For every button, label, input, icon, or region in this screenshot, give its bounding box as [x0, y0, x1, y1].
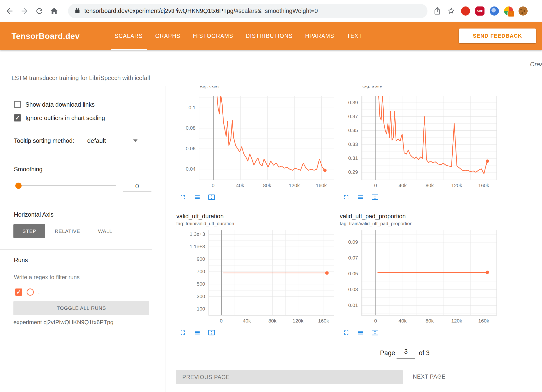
page-total-label: of 3 [419, 349, 430, 357]
x-axis-tick-label: 40k [393, 318, 412, 324]
smoothing-slider-track[interactable] [18, 185, 116, 186]
fit-domain-icon[interactable] [208, 329, 215, 336]
share-icon[interactable] [433, 7, 442, 15]
x-axis-tick-label: 120k [288, 318, 308, 324]
chart-toolbar [343, 329, 379, 336]
lock-icon [74, 7, 81, 15]
extension-icon-blue[interactable] [490, 6, 499, 16]
adblock-extension-icon[interactable] [461, 6, 470, 16]
run-checkbox[interactable]: ✓ [15, 288, 22, 296]
chart-title: valid_utt_duration [176, 213, 224, 220]
browser-toolbar: tensorboard.dev/experiment/cj2vtPiwQHKN9… [0, 0, 542, 22]
x-axis-tick-label: 120k [447, 183, 466, 188]
chart-plot-area[interactable] [361, 96, 497, 180]
axis-step-button[interactable]: STEP [13, 224, 45, 238]
chart-plot-area[interactable] [208, 230, 334, 316]
home-icon[interactable] [50, 7, 58, 15]
chart-plot-area[interactable] [361, 230, 497, 316]
y-axis-tick-label: 0.29 [340, 169, 358, 175]
y-axis-tick-label: 0.03 [340, 287, 358, 292]
x-axis-tick-label: 40k [231, 183, 250, 188]
profile-avatar[interactable]: 1 [504, 6, 513, 16]
clipped-chart-tag: tag: train/ [362, 86, 468, 89]
fullscreen-icon[interactable] [343, 194, 350, 201]
previous-page-button[interactable]: PREVIOUS PAGE [176, 370, 403, 384]
x-axis-tick-label: 120k [447, 318, 466, 324]
x-axis-tick-label: 160k [314, 318, 333, 324]
show-download-label: Show data download links [25, 101, 95, 108]
y-axis-tick-label: 0.01 [340, 302, 358, 308]
tensorboard-header: TensorBoard.dev SCALARS GRAPHS HISTOGRAM… [0, 22, 542, 50]
runs-label: Runs [14, 257, 28, 264]
fullscreen-icon[interactable] [343, 329, 350, 336]
tab-hparams[interactable]: HPARAMS [299, 22, 340, 50]
check-icon: ✓ [16, 289, 21, 295]
y-axis-tick-label: 0.31 [340, 155, 358, 161]
fit-domain-icon[interactable] [371, 329, 379, 336]
abp-extension-icon[interactable]: ABP [475, 6, 484, 16]
chart-plot-area[interactable] [199, 96, 334, 180]
show-download-checkbox[interactable] [14, 101, 21, 108]
smoothing-value-input[interactable]: 0 [123, 181, 151, 191]
fit-domain-icon[interactable] [371, 194, 379, 201]
ignore-outliers-checkbox[interactable]: ✓ [14, 114, 21, 121]
y-axis-tick-label: 0.35 [340, 127, 358, 133]
notification-badge: 1 [507, 11, 515, 17]
chart-tag: tag: train/valid_utt_duration [176, 221, 234, 226]
next-page-button[interactable]: NEXT PAGE [411, 373, 447, 380]
tab-graphs[interactable]: GRAPHS [149, 22, 187, 50]
refresh-icon[interactable] [35, 7, 44, 15]
x-axis-tick-label: 80k [263, 318, 282, 324]
scalar-chart: valid_utt_pad_proportiontag: train/valid… [340, 213, 498, 347]
fit-domain-icon[interactable] [208, 194, 215, 201]
tab-text[interactable]: TEXT [340, 22, 368, 50]
data-series-icon[interactable] [357, 329, 364, 336]
chart-toolbar [343, 194, 379, 201]
data-series-icon[interactable] [357, 194, 364, 201]
fullscreen-icon[interactable] [179, 329, 186, 336]
axis-wall-button[interactable]: WALL [90, 224, 121, 238]
check-icon: ✓ [15, 115, 20, 121]
x-axis-tick-label: 160k [312, 183, 331, 188]
data-series-icon[interactable] [194, 329, 201, 336]
run-name: . [38, 289, 40, 296]
forward-icon[interactable] [20, 7, 29, 15]
cookie-extension-icon[interactable] [519, 6, 528, 16]
show-download-row: Show data download links [14, 101, 95, 108]
tab-scalars[interactable]: SCALARS [109, 22, 149, 50]
tab-distributions[interactable]: DISTRIBUTIONS [240, 22, 299, 50]
back-icon[interactable] [5, 7, 14, 15]
y-axis-tick-label: 900 [176, 256, 205, 262]
smoothing-label: Smoothing [14, 166, 43, 173]
clipped-chart-tag: tag: train/ [200, 86, 305, 89]
data-series-icon[interactable] [194, 194, 201, 201]
y-axis-tick-label: 0.08 [176, 125, 196, 131]
x-axis-tick-label: 80k [258, 183, 277, 188]
x-axis-tick-label: 40k [393, 183, 412, 188]
divider [0, 153, 152, 153]
address-bar[interactable]: tensorboard.dev/experiment/cj2vtPiwQHKN9… [68, 4, 427, 18]
divider [0, 199, 152, 199]
x-axis-tick-label: 120k [285, 183, 304, 188]
y-axis-tick-label: 700 [176, 269, 205, 274]
y-axis-tick-label: 0.1 [176, 105, 196, 110]
y-axis-tick-label: 0.06 [176, 146, 196, 151]
run-color-swatch[interactable] [27, 288, 34, 296]
tooltip-sorting-label: Tooltip sorting method: [14, 137, 74, 144]
send-feedback-button[interactable]: SEND FEEDBACK [459, 29, 536, 43]
bookmark-star-icon[interactable] [447, 7, 456, 15]
experiment-description: LSTM transducer training for LibriSpeech… [12, 75, 150, 81]
x-axis-tick-label: 0 [203, 183, 223, 188]
page-number-input[interactable]: 3 [397, 348, 415, 359]
brand-title: TensorBoard.dev [12, 31, 80, 41]
tab-histograms[interactable]: HISTOGRAMS [187, 22, 239, 50]
axis-relative-button[interactable]: RELATIVE [45, 224, 90, 238]
runs-filter-input[interactable] [13, 272, 152, 283]
x-axis-tick-label: 80k [420, 183, 439, 188]
toggle-all-runs-button[interactable]: TOGGLE ALL RUNS [13, 301, 149, 315]
y-axis-tick-label: 1.1e+3 [176, 244, 205, 249]
smoothing-slider-thumb[interactable] [15, 183, 22, 189]
tooltip-sorting-dropdown[interactable]: default [87, 136, 138, 146]
fullscreen-icon[interactable] [179, 194, 186, 201]
y-axis-tick-label: 0.39 [340, 100, 358, 105]
